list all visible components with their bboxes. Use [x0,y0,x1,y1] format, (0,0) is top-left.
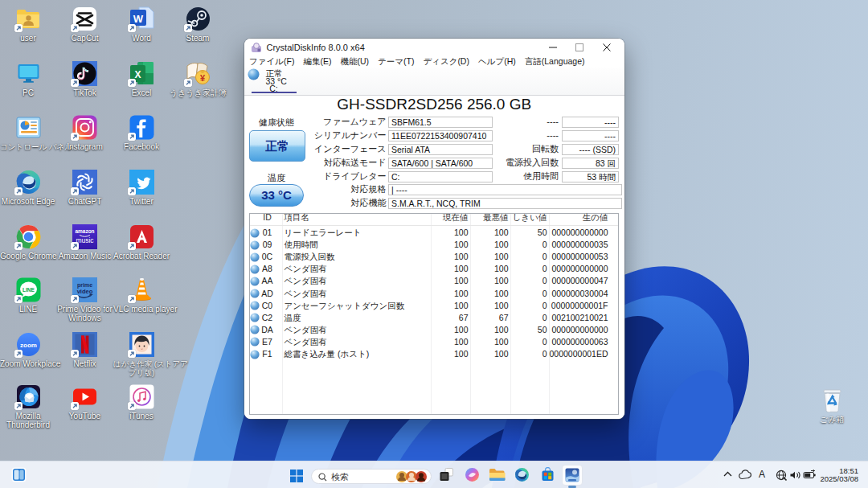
svg-text:amazon: amazon [75,228,94,234]
svg-text:X: X [134,68,141,80]
svg-text:zoom: zoom [20,341,37,348]
svg-text:W: W [133,13,143,25]
svg-text:LINE: LINE [23,286,35,292]
svg-text:¥: ¥ [199,72,205,82]
